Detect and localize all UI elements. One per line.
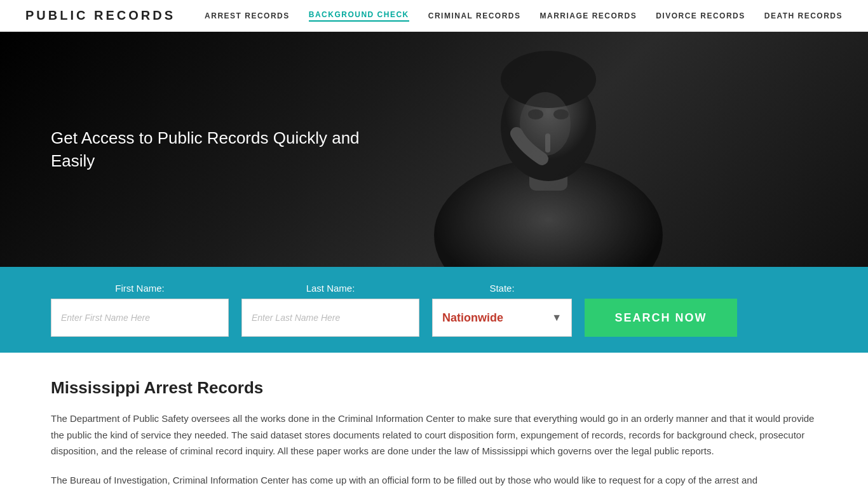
- hero-image: [358, 32, 739, 267]
- state-field: State: Nationwide Alabama Alaska Arizona…: [432, 283, 572, 337]
- last-name-label: Last Name:: [241, 283, 419, 294]
- first-name-label: First Name:: [51, 283, 229, 294]
- svg-point-5: [528, 109, 543, 119]
- nav-death-records[interactable]: DEATH RECORDS: [764, 11, 843, 20]
- content-paragraph-2: The Bureau of Investigation, Criminal In…: [51, 472, 817, 489]
- svg-point-6: [553, 109, 569, 119]
- main-nav: ARREST RECORDS BACKGROUND CHECK CRIMINAL…: [205, 10, 843, 22]
- state-select-wrapper: Nationwide Alabama Alaska Arizona Arkans…: [432, 299, 572, 337]
- search-section: First Name: Last Name: State: Nationwide…: [0, 267, 868, 353]
- content-paragraph-1: The Department of Public Safety oversees…: [51, 410, 817, 459]
- svg-rect-7: [545, 133, 550, 152]
- last-name-field: Last Name:: [241, 283, 419, 337]
- nav-marriage-records[interactable]: MARRIAGE RECORDS: [540, 11, 637, 20]
- hero-section: Get Access to Public Records Quickly and…: [0, 32, 868, 267]
- state-select[interactable]: Nationwide Alabama Alaska Arizona Arkans…: [433, 299, 571, 336]
- first-name-field: First Name:: [51, 283, 229, 337]
- site-header: PUBLIC RECORDS ARREST RECORDS BACKGROUND…: [0, 0, 868, 32]
- hero-text-container: Get Access to Public Records Quickly and…: [0, 126, 369, 173]
- first-name-input[interactable]: [51, 299, 229, 337]
- last-name-input[interactable]: [241, 299, 419, 337]
- state-label: State:: [432, 283, 572, 294]
- site-logo: PUBLIC RECORDS: [25, 8, 175, 23]
- content-heading: Mississippi Arrest Records: [51, 378, 817, 398]
- nav-divorce-records[interactable]: DIVORCE RECORDS: [656, 11, 745, 20]
- hero-heading: Get Access to Public Records Quickly and…: [51, 126, 369, 173]
- nav-criminal-records[interactable]: CRIMINAL RECORDS: [428, 11, 521, 20]
- nav-arrest-records[interactable]: ARREST RECORDS: [205, 11, 290, 20]
- content-section: Mississippi Arrest Records The Departmen…: [0, 353, 868, 488]
- search-now-button[interactable]: SEARCH NOW: [585, 299, 737, 337]
- nav-background-check[interactable]: BACKGROUND CHECK: [309, 10, 409, 22]
